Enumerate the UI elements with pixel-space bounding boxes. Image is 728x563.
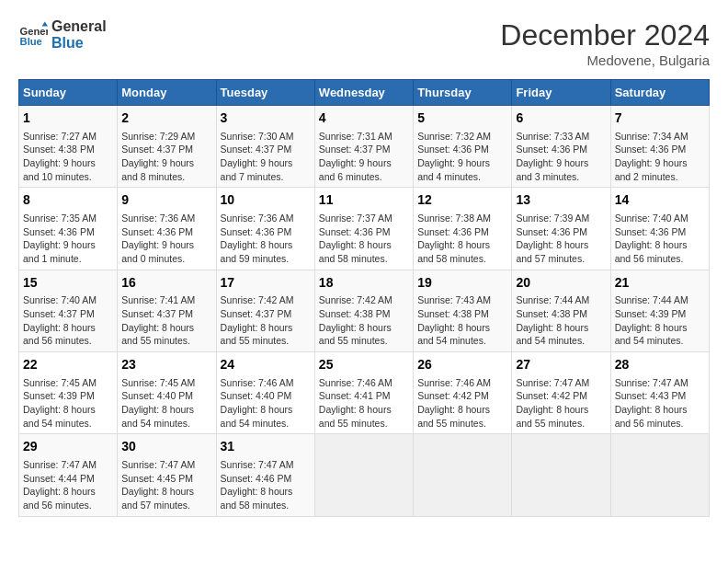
day-number: 28 bbox=[615, 356, 705, 374]
cell-details: Sunrise: 7:40 AMSunset: 4:37 PMDaylight:… bbox=[23, 293, 113, 348]
calendar-cell: 1Sunrise: 7:27 AMSunset: 4:38 PMDaylight… bbox=[19, 106, 118, 188]
day-number: 3 bbox=[221, 109, 311, 128]
location-subtitle: Medovene, Bulgaria bbox=[500, 52, 710, 68]
weekday-header-monday: Monday bbox=[118, 80, 216, 106]
cell-details: Sunrise: 7:41 AMSunset: 4:37 PMDaylight:… bbox=[121, 293, 211, 348]
calendar-cell: 25Sunrise: 7:46 AMSunset: 4:41 PMDayligh… bbox=[314, 352, 413, 434]
calendar-cell: 17Sunrise: 7:42 AMSunset: 4:37 PMDayligh… bbox=[216, 270, 314, 351]
week-row-3: 15Sunrise: 7:40 AMSunset: 4:37 PMDayligh… bbox=[19, 270, 710, 351]
day-number: 8 bbox=[23, 191, 113, 210]
day-number: 15 bbox=[23, 274, 113, 293]
week-row-2: 8Sunrise: 7:35 AMSunset: 4:36 PMDaylight… bbox=[19, 188, 710, 270]
day-number: 13 bbox=[516, 191, 606, 210]
weekday-header-friday: Friday bbox=[512, 80, 610, 106]
calendar-cell: 24Sunrise: 7:46 AMSunset: 4:40 PMDayligh… bbox=[216, 352, 314, 434]
logo: General Blue General Blue bbox=[18, 18, 107, 51]
week-row-4: 22Sunrise: 7:45 AMSunset: 4:39 PMDayligh… bbox=[19, 352, 710, 434]
cell-details: Sunrise: 7:31 AMSunset: 4:37 PMDaylight:… bbox=[319, 130, 409, 184]
day-number: 30 bbox=[121, 438, 211, 456]
day-number: 16 bbox=[121, 274, 211, 293]
calendar-cell bbox=[610, 434, 709, 516]
week-row-5: 29Sunrise: 7:47 AMSunset: 4:44 PMDayligh… bbox=[19, 434, 710, 516]
calendar-cell: 18Sunrise: 7:42 AMSunset: 4:38 PMDayligh… bbox=[314, 270, 413, 351]
cell-details: Sunrise: 7:45 AMSunset: 4:40 PMDaylight:… bbox=[121, 376, 211, 431]
calendar-cell: 29Sunrise: 7:47 AMSunset: 4:44 PMDayligh… bbox=[19, 434, 118, 516]
day-number: 21 bbox=[615, 274, 705, 293]
day-number: 11 bbox=[319, 191, 409, 210]
calendar-cell bbox=[414, 434, 512, 516]
cell-details: Sunrise: 7:46 AMSunset: 4:40 PMDaylight:… bbox=[221, 376, 311, 431]
calendar-cell: 10Sunrise: 7:36 AMSunset: 4:36 PMDayligh… bbox=[216, 188, 314, 270]
weekday-header-wednesday: Wednesday bbox=[314, 80, 413, 106]
cell-details: Sunrise: 7:47 AMSunset: 4:46 PMDaylight:… bbox=[221, 458, 311, 512]
calendar-cell: 16Sunrise: 7:41 AMSunset: 4:37 PMDayligh… bbox=[118, 270, 216, 351]
calendar-cell: 6Sunrise: 7:33 AMSunset: 4:36 PMDaylight… bbox=[512, 106, 610, 188]
calendar-cell: 31Sunrise: 7:47 AMSunset: 4:46 PMDayligh… bbox=[216, 434, 314, 516]
weekday-header-thursday: Thursday bbox=[414, 80, 512, 106]
cell-details: Sunrise: 7:35 AMSunset: 4:36 PMDaylight:… bbox=[23, 212, 113, 266]
day-number: 19 bbox=[417, 274, 507, 293]
svg-text:General: General bbox=[20, 26, 48, 37]
weekday-header-tuesday: Tuesday bbox=[216, 80, 314, 106]
day-number: 27 bbox=[516, 356, 606, 374]
calendar-cell: 20Sunrise: 7:44 AMSunset: 4:38 PMDayligh… bbox=[512, 270, 610, 351]
day-number: 4 bbox=[319, 109, 409, 128]
day-number: 31 bbox=[221, 438, 311, 456]
cell-details: Sunrise: 7:44 AMSunset: 4:38 PMDaylight:… bbox=[516, 293, 606, 348]
cell-details: Sunrise: 7:46 AMSunset: 4:42 PMDaylight:… bbox=[417, 376, 507, 431]
calendar-cell: 8Sunrise: 7:35 AMSunset: 4:36 PMDaylight… bbox=[19, 188, 118, 270]
weekday-header-sunday: Sunday bbox=[19, 80, 118, 106]
title-block: December 2024 Medovene, Bulgaria bbox=[500, 18, 710, 68]
day-number: 24 bbox=[221, 356, 311, 374]
calendar-cell: 19Sunrise: 7:43 AMSunset: 4:38 PMDayligh… bbox=[414, 270, 512, 351]
day-number: 2 bbox=[121, 109, 211, 128]
cell-details: Sunrise: 7:44 AMSunset: 4:39 PMDaylight:… bbox=[615, 293, 705, 348]
calendar-cell: 23Sunrise: 7:45 AMSunset: 4:40 PMDayligh… bbox=[118, 352, 216, 434]
calendar-cell: 30Sunrise: 7:47 AMSunset: 4:45 PMDayligh… bbox=[118, 434, 216, 516]
calendar-cell: 26Sunrise: 7:46 AMSunset: 4:42 PMDayligh… bbox=[414, 352, 512, 434]
calendar-cell: 2Sunrise: 7:29 AMSunset: 4:37 PMDaylight… bbox=[118, 106, 216, 188]
calendar-cell: 27Sunrise: 7:47 AMSunset: 4:42 PMDayligh… bbox=[512, 352, 610, 434]
cell-details: Sunrise: 7:30 AMSunset: 4:37 PMDaylight:… bbox=[221, 130, 311, 184]
cell-details: Sunrise: 7:45 AMSunset: 4:39 PMDaylight:… bbox=[23, 376, 113, 431]
cell-details: Sunrise: 7:43 AMSunset: 4:38 PMDaylight:… bbox=[417, 293, 507, 348]
day-number: 29 bbox=[23, 438, 113, 456]
day-number: 6 bbox=[516, 109, 606, 128]
day-number: 1 bbox=[23, 109, 113, 128]
calendar-cell bbox=[512, 434, 610, 516]
weekday-header-saturday: Saturday bbox=[610, 80, 709, 106]
cell-details: Sunrise: 7:29 AMSunset: 4:37 PMDaylight:… bbox=[121, 130, 211, 184]
day-number: 25 bbox=[319, 356, 409, 374]
day-number: 10 bbox=[221, 191, 311, 210]
cell-details: Sunrise: 7:47 AMSunset: 4:43 PMDaylight:… bbox=[615, 376, 705, 431]
day-number: 12 bbox=[417, 191, 507, 210]
calendar-cell: 7Sunrise: 7:34 AMSunset: 4:36 PMDaylight… bbox=[610, 106, 709, 188]
cell-details: Sunrise: 7:47 AMSunset: 4:45 PMDaylight:… bbox=[121, 458, 211, 512]
day-number: 14 bbox=[615, 191, 705, 210]
calendar-cell: 5Sunrise: 7:32 AMSunset: 4:36 PMDaylight… bbox=[414, 106, 512, 188]
day-number: 7 bbox=[615, 109, 705, 128]
cell-details: Sunrise: 7:40 AMSunset: 4:36 PMDaylight:… bbox=[615, 212, 705, 266]
svg-text:Blue: Blue bbox=[20, 36, 42, 47]
calendar-header-row: SundayMondayTuesdayWednesdayThursdayFrid… bbox=[19, 80, 710, 106]
month-year-title: December 2024 bbox=[500, 18, 710, 52]
calendar-cell: 28Sunrise: 7:47 AMSunset: 4:43 PMDayligh… bbox=[610, 352, 709, 434]
day-number: 20 bbox=[516, 274, 606, 293]
day-number: 26 bbox=[417, 356, 507, 374]
logo-icon: General Blue bbox=[18, 20, 48, 50]
page-header: General Blue General Blue December 2024 … bbox=[18, 18, 710, 68]
week-row-1: 1Sunrise: 7:27 AMSunset: 4:38 PMDaylight… bbox=[19, 106, 710, 188]
cell-details: Sunrise: 7:34 AMSunset: 4:36 PMDaylight:… bbox=[615, 130, 705, 184]
calendar-cell: 4Sunrise: 7:31 AMSunset: 4:37 PMDaylight… bbox=[314, 106, 413, 188]
calendar-cell: 9Sunrise: 7:36 AMSunset: 4:36 PMDaylight… bbox=[118, 188, 216, 270]
cell-details: Sunrise: 7:37 AMSunset: 4:36 PMDaylight:… bbox=[319, 212, 409, 266]
cell-details: Sunrise: 7:39 AMSunset: 4:36 PMDaylight:… bbox=[516, 212, 606, 266]
cell-details: Sunrise: 7:36 AMSunset: 4:36 PMDaylight:… bbox=[221, 212, 311, 266]
cell-details: Sunrise: 7:42 AMSunset: 4:38 PMDaylight:… bbox=[319, 293, 409, 348]
cell-details: Sunrise: 7:46 AMSunset: 4:41 PMDaylight:… bbox=[319, 376, 409, 431]
calendar-cell: 12Sunrise: 7:38 AMSunset: 4:36 PMDayligh… bbox=[414, 188, 512, 270]
svg-marker-2 bbox=[42, 21, 48, 26]
day-number: 18 bbox=[319, 274, 409, 293]
cell-details: Sunrise: 7:33 AMSunset: 4:36 PMDaylight:… bbox=[516, 130, 606, 184]
day-number: 22 bbox=[23, 356, 113, 374]
